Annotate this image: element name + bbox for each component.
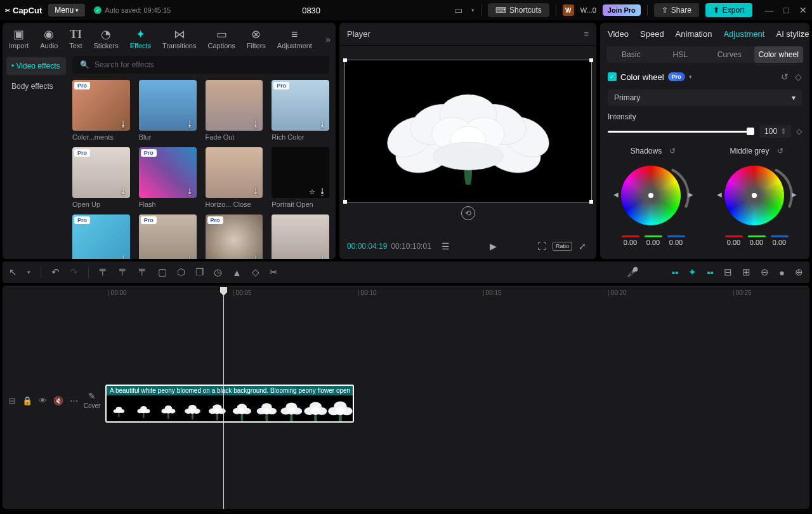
download-icon[interactable]: ⭳	[318, 187, 327, 196]
cover-button[interactable]: ✎Cover	[81, 391, 103, 409]
speed-icon[interactable]: ◷	[214, 267, 222, 278]
tab-adjustment[interactable]: ≡Adjustment	[277, 28, 312, 49]
minimize-icon[interactable]: —	[765, 5, 774, 15]
zoom-in-icon[interactable]: ⊕	[795, 267, 803, 278]
zoom-slider-icon[interactable]: ●	[779, 267, 785, 278]
focus-icon[interactable]: ⛶	[535, 240, 549, 253]
shield-icon[interactable]: ⬡	[177, 267, 185, 278]
redo-icon[interactable]: ↷	[70, 267, 78, 278]
fullscreen-icon[interactable]: ⤢	[576, 240, 589, 253]
tab-captions[interactable]: ▭Captions	[207, 28, 235, 49]
subtab-hsl[interactable]: HSL	[656, 46, 705, 63]
rtab-animation[interactable]: Animation	[676, 29, 712, 39]
rtab-more-icon[interactable]: ›	[801, 29, 803, 39]
aspect-icon[interactable]: ▭	[452, 4, 465, 16]
intensity-value[interactable]: 100▲▼	[759, 125, 791, 138]
player-menu-icon[interactable]: ≡	[584, 29, 589, 39]
maximize-icon[interactable]: □	[784, 5, 789, 15]
effect-card[interactable]: Pro ⭳	[72, 214, 130, 259]
workspace-badge[interactable]: W	[563, 4, 574, 16]
tab-stickers[interactable]: ◔Stickers	[94, 28, 119, 49]
tab-transitions[interactable]: ⋈Transitions	[162, 28, 196, 49]
undo-icon[interactable]: ↶	[51, 267, 60, 278]
rotate-handle[interactable]: ⟲	[461, 206, 475, 220]
tab-filters[interactable]: ⊗Filters	[247, 28, 266, 49]
subtab-curves[interactable]: Curves	[705, 46, 754, 63]
download-icon[interactable]: ⭳	[186, 254, 194, 259]
mirror-icon[interactable]: ▲	[232, 267, 242, 278]
subtab-basic[interactable]: Basic	[606, 46, 656, 63]
preview-canvas[interactable]	[344, 60, 592, 202]
rtab-video[interactable]: Video	[608, 29, 629, 39]
download-icon[interactable]: ⭳	[119, 119, 128, 129]
shortcuts-button[interactable]: ⌨ Shortcuts	[488, 3, 549, 17]
close-icon[interactable]: ✕	[799, 5, 807, 15]
effect-card[interactable]: ⭳ Horizo... Close	[206, 147, 263, 208]
track-opts-icon[interactable]: ⊞	[742, 267, 750, 278]
tabs-more-icon[interactable]: »	[325, 34, 331, 44]
effect-card[interactable]: Pro ⭳ Flash	[139, 147, 197, 208]
download-icon[interactable]: ⭳	[186, 187, 194, 196]
primary-dropdown[interactable]: Primary▾	[608, 89, 802, 106]
magnet-left-icon[interactable]: ▪▪	[672, 267, 679, 278]
rotate-icon[interactable]: ◇	[252, 267, 259, 278]
split-icon[interactable]: 〒	[99, 267, 108, 279]
magnet-center-icon[interactable]: ✦	[688, 267, 697, 278]
shadows-reset-icon[interactable]: ↺	[669, 147, 676, 155]
rtab-speed[interactable]: Speed	[640, 29, 664, 39]
tab-effects[interactable]: ✦Effects	[130, 28, 151, 49]
export-button[interactable]: ⬆ Export	[705, 3, 752, 17]
keyframe-icon[interactable]: ◇	[795, 72, 802, 82]
zoom-out-icon[interactable]: ⊖	[761, 267, 769, 278]
eye-icon[interactable]: 👁	[39, 396, 47, 405]
download-icon[interactable]: ⭳	[252, 254, 260, 259]
download-icon[interactable]: ⭳	[119, 254, 128, 259]
intensity-keyframe-icon[interactable]: ◇	[796, 127, 802, 136]
sidebar-video-effects[interactable]: Video effects	[6, 57, 66, 75]
effect-card[interactable]: Pro ⭳ Open Up	[72, 147, 130, 208]
search-input[interactable]: 🔍 Search for effects	[72, 56, 329, 74]
download-icon[interactable]: ⭳	[119, 187, 128, 196]
intensity-slider[interactable]	[608, 131, 754, 133]
play-button[interactable]: ▶	[487, 240, 499, 253]
tab-audio[interactable]: ◉Audio	[40, 28, 58, 49]
menu-button[interactable]: Menu▾	[48, 4, 85, 16]
colorwheel-checkbox[interactable]: ✓	[608, 72, 617, 81]
effect-card[interactable]: Pro ⭳ Color...ments	[72, 80, 130, 141]
sidebar-body-effects[interactable]: Body effects	[6, 77, 66, 95]
magnet-right-icon[interactable]: ▪▪	[707, 267, 714, 278]
subtab-colorwheel[interactable]: Color wheel	[754, 46, 804, 63]
download-icon[interactable]: ⭳	[318, 119, 327, 129]
effect-card[interactable]: Pro ⭳	[139, 214, 197, 259]
crop-icon[interactable]: ▢	[158, 267, 167, 278]
mic-icon[interactable]: 🎤	[627, 267, 639, 278]
download-icon[interactable]: ⭳	[252, 119, 260, 129]
track-expand-icon[interactable]: ⊟	[9, 396, 16, 405]
effect-card[interactable]: Pro ⭳	[206, 214, 263, 259]
rtab-ai[interactable]: AI stylize	[776, 29, 809, 39]
list-icon[interactable]: ☰	[439, 240, 452, 253]
effect-card[interactable]: ⭳ Blur	[139, 80, 197, 141]
split-right-icon[interactable]: 〒	[138, 267, 148, 279]
middlegrey-wheel[interactable]: ◀▶	[722, 161, 792, 230]
download-icon[interactable]: ⭳	[318, 254, 327, 259]
download-icon[interactable]: ⭳	[252, 187, 260, 196]
effect-card[interactable]: ⭳ Fade Out	[206, 80, 263, 141]
time-ruler[interactable]: 00:0000:0500:1000:1500:2000:25	[104, 288, 809, 301]
shadows-wheel[interactable]: ◀▶	[619, 161, 688, 230]
tab-import[interactable]: ▣Import	[9, 28, 29, 49]
download-icon[interactable]: ⭳	[186, 119, 194, 129]
middlegrey-reset-icon[interactable]: ↺	[777, 147, 783, 155]
tab-text[interactable]: TIText	[69, 28, 82, 49]
effect-card[interactable]: ⭳	[272, 214, 329, 259]
mute-icon[interactable]: 🔇	[53, 396, 63, 405]
split-left-icon[interactable]: 〒	[119, 267, 128, 279]
lock-icon[interactable]: 🔒	[22, 396, 32, 405]
join-pro-button[interactable]: Join Pro	[603, 4, 641, 16]
crop2-icon[interactable]: ✂	[270, 267, 278, 278]
video-clip[interactable]: A beautiful white peony bloomed on a bla…	[105, 385, 354, 423]
ratio-button[interactable]: Ratio	[553, 242, 572, 251]
rtab-adjustment[interactable]: Adjustment	[723, 29, 764, 39]
playhead[interactable]	[223, 287, 224, 509]
copies-icon[interactable]: ❐	[195, 267, 204, 278]
